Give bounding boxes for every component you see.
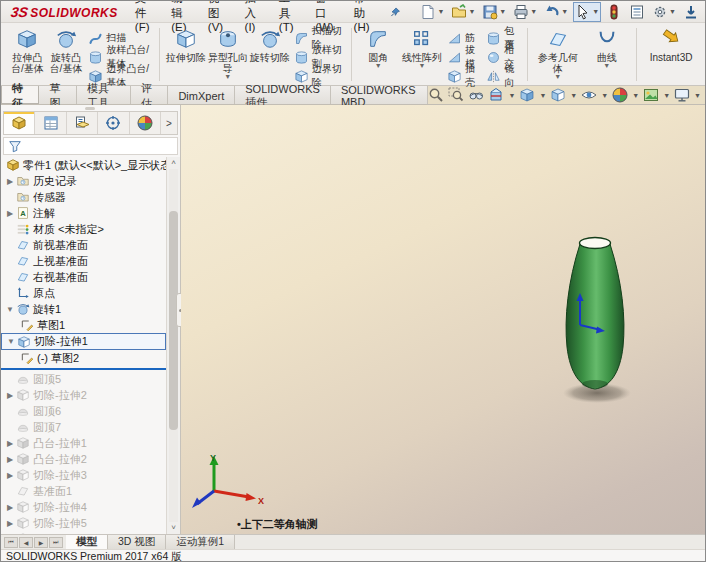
scroll-up-arrow[interactable]: ˄ — [171, 157, 176, 169]
expand-arrow-icon[interactable]: ▶ — [5, 519, 15, 528]
tab-motion-study1[interactable]: 运动算例1 — [166, 535, 235, 549]
tree-item-revolve1[interactable]: ▼ 旋转1 — [1, 301, 166, 317]
tree-item-cut-extrude4[interactable]: ▶ 切除-拉伸4 — [1, 499, 166, 515]
rebuild-button[interactable] — [604, 2, 624, 22]
graphics-viewport[interactable]: Y X •上下二等角轴测 — [181, 105, 705, 534]
dropdown-caret-icon[interactable]: ▼ — [603, 63, 610, 69]
dropdown-caret-icon[interactable]: ▼ — [570, 92, 577, 99]
tree-item-sketch2[interactable]: (-) 草图2 — [1, 350, 166, 366]
tree-item-sensors[interactable]: 传感器 — [1, 189, 166, 205]
fillet-button[interactable]: 圆角 ▼ — [356, 26, 400, 69]
dropdown-caret-icon[interactable]: ▼ — [592, 8, 599, 15]
file-properties-button[interactable] — [627, 2, 647, 22]
options-button[interactable]: ▼ — [650, 2, 678, 22]
zoom-to-fit-button[interactable] — [428, 87, 444, 103]
tree-item-cut-extrude1[interactable]: ▼ 切除-拉伸1 — [1, 333, 166, 350]
tree-item-history[interactable]: ▶ 历史记录 — [1, 173, 166, 189]
tab-dimxpert-manager[interactable] — [98, 112, 129, 134]
extrude-boss-button[interactable]: 拉伸凸台/基体 — [8, 26, 47, 74]
expand-arrow-icon[interactable]: ▶ — [5, 177, 15, 186]
last-tab-button[interactable]: ⏭ — [49, 537, 63, 548]
dropdown-caret-icon[interactable]: ▼ — [224, 74, 231, 80]
undo-button[interactable]: ▼ — [542, 2, 570, 22]
hide-show-items-button[interactable] — [581, 87, 597, 103]
view-settings-button[interactable] — [674, 87, 690, 103]
expand-arrow-icon[interactable]: ▶ — [5, 391, 15, 400]
tree-item-plane1[interactable]: 基准面1 — [1, 483, 166, 499]
dropdown-caret-icon[interactable]: ▼ — [601, 92, 608, 99]
tree-item-dome7[interactable]: 圆顶7 — [1, 419, 166, 435]
tree-root-part[interactable]: 零件1 (默认<<默认>_显示状态 1>) — [1, 157, 166, 173]
pin-menu-icon[interactable] — [390, 4, 401, 20]
expand-arrow-icon[interactable]: ▶ — [5, 209, 15, 218]
revolve-boss-button[interactable]: 旋转凸台/基体 — [47, 26, 86, 74]
extrude-cut-button[interactable]: 拉伸切除 — [165, 26, 207, 63]
dropdown-caret-icon[interactable]: ▼ — [561, 8, 568, 15]
edit-appearance-button[interactable] — [612, 87, 628, 103]
save-button[interactable]: ▼ — [480, 2, 508, 22]
tab-mbd[interactable]: SOLIDWORKS MBD — [331, 86, 429, 104]
tree-item-dome5[interactable]: 圆顶5 — [1, 371, 166, 387]
tree-item-sketch1[interactable]: 草图1 — [1, 317, 166, 333]
collapse-arrow-icon[interactable]: ▼ — [6, 337, 16, 346]
dropdown-caret-icon[interactable]: ▼ — [530, 8, 537, 15]
zoom-to-area-button[interactable] — [448, 87, 464, 103]
open-button[interactable]: ▼ — [449, 2, 477, 22]
dropdown-caret-icon[interactable]: ▼ — [694, 92, 701, 99]
tab-model[interactable]: 模型 — [66, 535, 108, 549]
prev-tab-button[interactable]: ◀ — [19, 537, 33, 548]
scrollbar-track[interactable] — [169, 169, 178, 522]
dropdown-caret-icon[interactable]: ▼ — [508, 92, 515, 99]
tab-design-tree[interactable] — [4, 112, 35, 134]
expand-arrow-icon[interactable]: ▶ — [5, 455, 15, 464]
dropdown-caret-icon[interactable]: ▼ — [669, 8, 676, 15]
tab-dimxpert[interactable]: DimXpert — [168, 86, 235, 104]
mirror-button[interactable]: 镜向 — [483, 67, 522, 85]
print-button[interactable]: ▼ — [511, 2, 539, 22]
tab-configuration-manager[interactable] — [67, 112, 98, 134]
revolve-cut-button[interactable]: 旋转切除 — [249, 26, 291, 63]
first-tab-button[interactable]: ⏮ — [4, 537, 18, 548]
tree-scrollbar[interactable]: ˄ ˅ — [166, 157, 180, 534]
instant3d-button[interactable]: Instant3D — [642, 26, 700, 63]
dropdown-caret-icon[interactable]: ▼ — [499, 8, 506, 15]
tab-mold-tools[interactable]: 模具工具 — [77, 86, 131, 104]
tab-evaluate[interactable]: 评估 — [131, 86, 168, 104]
dropdown-caret-icon[interactable]: ▼ — [632, 92, 639, 99]
panel-tabs-expand-arrow[interactable]: > — [161, 118, 177, 129]
tree-item-boss-extrude6[interactable]: ▶ 凸台-拉伸6 — [1, 531, 166, 534]
tree-item-dome6[interactable]: 圆顶6 — [1, 403, 166, 419]
tree-item-origin[interactable]: 原点 — [1, 285, 166, 301]
expand-arrow-icon[interactable]: ▶ — [5, 471, 15, 480]
tab-sketch[interactable]: 草图 — [39, 86, 76, 104]
curves-button[interactable]: 曲线 ▼ — [582, 26, 631, 69]
vase-model[interactable] — [549, 223, 641, 419]
tree-item-annotations[interactable]: ▶ 注解 — [1, 205, 166, 221]
dropdown-caret-icon[interactable]: ▼ — [663, 92, 670, 99]
scroll-down-arrow[interactable]: ˅ — [171, 522, 176, 534]
next-tab-button[interactable]: ▶ — [34, 537, 48, 548]
previous-view-button[interactable] — [468, 87, 484, 103]
tree-item-boss-extrude2[interactable]: ▶ 凸台-拉伸2 — [1, 451, 166, 467]
tree-item-front-plane[interactable]: 前视基准面 — [1, 237, 166, 253]
expand-arrow-icon[interactable]: ▶ — [5, 503, 15, 512]
tree-filter-field[interactable] — [3, 137, 178, 155]
linear-pattern-button[interactable]: 线性阵列 ▼ — [400, 26, 444, 69]
hide-show-tree-button[interactable] — [681, 2, 701, 22]
tab-3d-views[interactable]: 3D 视图 — [108, 535, 166, 549]
tab-addins[interactable]: SOLIDWORKS 插件 — [235, 86, 331, 104]
panel-splitter-handle[interactable] — [85, 107, 95, 110]
select-tool-button[interactable]: ▼ — [573, 2, 601, 22]
new-document-button[interactable]: ▼ — [418, 2, 446, 22]
dropdown-caret-icon[interactable]: ▼ — [375, 63, 382, 69]
tree-item-right-plane[interactable]: 右视基准面 — [1, 269, 166, 285]
tree-item-material[interactable]: 材质 <未指定> — [1, 221, 166, 237]
section-view-button[interactable] — [488, 87, 504, 103]
dropdown-caret-icon[interactable]: ▼ — [468, 8, 475, 15]
tree-item-cut-extrude3[interactable]: ▶ 切除-拉伸3 — [1, 467, 166, 483]
tab-property-manager[interactable] — [35, 112, 66, 134]
tree-item-top-plane[interactable]: 上视基准面 — [1, 253, 166, 269]
collapse-arrow-icon[interactable]: ▼ — [5, 305, 15, 314]
vase-body[interactable] — [566, 244, 624, 389]
view-orientation-button[interactable] — [519, 87, 535, 103]
